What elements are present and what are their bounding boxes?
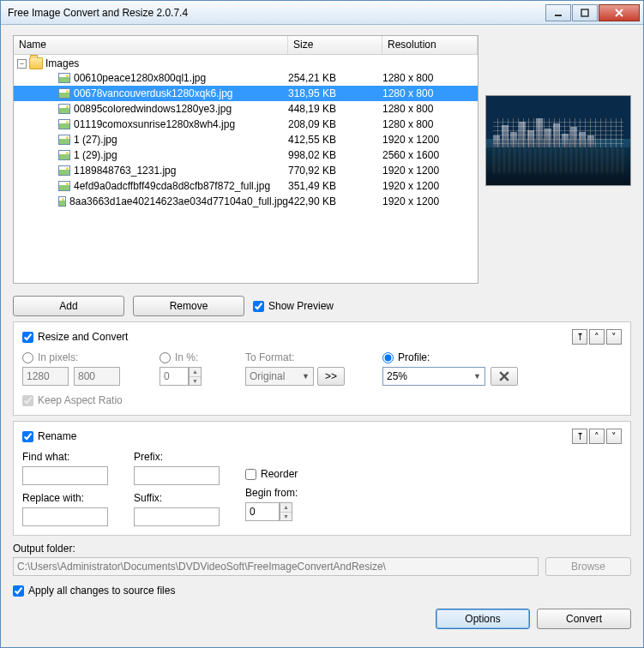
image-icon (58, 104, 70, 114)
file-size: 318,95 KB (288, 87, 382, 99)
suffix-input[interactable] (134, 507, 220, 526)
rename-enable-checkbox[interactable]: Rename (22, 430, 76, 442)
prefix-input[interactable] (134, 466, 220, 485)
begin-from-input[interactable] (245, 502, 280, 521)
svg-rect-1 (581, 9, 588, 16)
file-row[interactable]: 00895coloredwindows1280ye3.jpg448,19 KB1… (14, 101, 478, 117)
image-icon (58, 165, 70, 176)
file-size: 208,09 KB (288, 118, 382, 130)
file-size: 448,19 KB (288, 103, 382, 115)
file-resolution: 1280 x 800 (382, 103, 478, 115)
height-input[interactable] (74, 367, 120, 386)
image-icon (58, 119, 70, 129)
file-row[interactable]: 01119comoxsunrise1280x8wh4.jpg208,09 KB1… (14, 117, 478, 132)
app-window: Free Image Convert and Resize 2.0.7.4 Na… (0, 0, 644, 648)
section-top-icon[interactable]: ⤒ (572, 429, 587, 444)
percent-spinner[interactable]: ▲▼ (189, 367, 202, 386)
output-label: Output folder: (13, 543, 631, 555)
col-res[interactable]: Resolution (382, 36, 478, 54)
replace-input[interactable] (22, 507, 108, 526)
show-preview-input[interactable] (253, 301, 264, 312)
file-resolution: 1920 x 1200 (382, 134, 478, 146)
file-resolution: 1920 x 1200 (382, 165, 478, 177)
find-input[interactable] (22, 466, 108, 485)
file-name: 1189848763_1231.jpg (74, 165, 176, 177)
browse-button[interactable]: Browse (545, 557, 631, 576)
add-button[interactable]: Add (13, 296, 124, 316)
col-size[interactable]: Size (288, 36, 382, 54)
col-name[interactable]: Name (14, 36, 288, 54)
file-row[interactable]: 00678vancouverdusk1280xqk6.jpg318,95 KB1… (14, 86, 478, 101)
file-resolution: 2560 x 1600 (382, 149, 478, 161)
file-name: 00678vancouverdusk1280xqk6.jpg (74, 87, 232, 99)
file-name: 00610peace1280x800ql1.jpg (74, 72, 206, 84)
folder-icon (29, 57, 43, 69)
titlebar[interactable]: Free Image Convert and Resize 2.0.7.4 (1, 1, 643, 25)
image-icon (58, 88, 70, 99)
percent-input[interactable] (159, 367, 189, 386)
in-pixels-radio[interactable] (22, 352, 33, 363)
section-up-icon[interactable]: ˄ (589, 329, 605, 345)
image-icon (58, 196, 66, 207)
format-select[interactable]: Original▼ (245, 367, 314, 386)
file-size: 351,49 KB (288, 180, 382, 192)
file-row[interactable]: 1 (29).jpg998,02 KB2560 x 1600 (14, 147, 478, 163)
file-resolution: 1920 x 1200 (382, 180, 478, 192)
file-resolution: 1920 x 1200 (382, 195, 478, 207)
file-size: 770,92 KB (288, 165, 382, 177)
image-icon (58, 135, 70, 145)
window-title: Free Image Convert and Resize 2.0.7.4 (8, 7, 545, 19)
file-name: 00895coloredwindows1280ye3.jpg (74, 103, 232, 115)
folder-label[interactable]: Images (45, 57, 79, 69)
section-down-icon[interactable]: ˅ (606, 429, 622, 444)
width-input[interactable] (22, 367, 69, 386)
file-name: 1 (29).jpg (74, 149, 117, 161)
file-size: 412,55 KB (288, 134, 382, 146)
remove-button[interactable]: Remove (133, 296, 244, 316)
reorder-checkbox[interactable]: Reorder (245, 468, 298, 480)
collapse-icon[interactable]: − (17, 59, 27, 69)
section-up-icon[interactable]: ˄ (589, 429, 605, 444)
file-size: 422,90 KB (288, 195, 382, 207)
resize-section: Resize and Convert ⤒ ˄ ˅ In pixels: Keep… (13, 321, 631, 416)
keep-aspect-checkbox[interactable]: Keep Aspect Ratio (22, 394, 134, 406)
file-row[interactable]: 8aa3663d1ae40214623ae034d77104a0_full.jp… (14, 194, 478, 209)
image-icon (58, 181, 70, 191)
file-list[interactable]: Name Size Resolution −Images00610peace12… (13, 35, 478, 284)
image-icon (58, 150, 70, 160)
resize-enable-checkbox[interactable]: Resize and Convert (22, 331, 128, 343)
section-top-icon[interactable]: ⤒ (572, 329, 587, 345)
file-row[interactable]: 1189848763_1231.jpg770,92 KB1920 x 1200 (14, 163, 478, 178)
rename-section: Rename ⤒ ˄ ˅ Find what: Replace with: Pr… (13, 421, 631, 536)
in-percent-radio[interactable] (159, 352, 171, 363)
file-resolution: 1280 x 800 (382, 72, 478, 84)
format-apply-button[interactable]: >> (317, 367, 345, 386)
begin-spinner[interactable]: ▲▼ (280, 502, 292, 521)
file-row[interactable]: 00610peace1280x800ql1.jpg254,21 KB1280 x… (14, 70, 478, 86)
preview-image (485, 95, 631, 186)
profile-delete-button[interactable] (491, 367, 518, 386)
output-path-input[interactable] (13, 557, 539, 576)
convert-button[interactable]: Convert (537, 609, 631, 629)
image-icon (58, 73, 70, 83)
minimize-button[interactable] (545, 4, 571, 21)
file-resolution: 1280 x 800 (382, 118, 478, 130)
file-size: 998,02 KB (288, 149, 382, 161)
file-name: 4efd9a0adcffbff49cda8d8cfb87f872_full.jp… (74, 180, 270, 192)
section-down-icon[interactable]: ˅ (606, 329, 622, 345)
close-button[interactable] (599, 4, 640, 21)
list-header[interactable]: Name Size Resolution (14, 36, 478, 55)
file-name: 8aa3663d1ae40214623ae034d77104a0_full.jp… (69, 195, 288, 207)
profile-select[interactable]: 25%▼ (382, 367, 485, 386)
show-preview-checkbox[interactable]: Show Preview (253, 300, 334, 312)
options-button[interactable]: Options (436, 609, 530, 629)
file-name: 1 (27).jpg (74, 134, 117, 146)
file-size: 254,21 KB (288, 72, 382, 84)
apply-all-checkbox[interactable]: Apply all changes to source files (13, 585, 631, 597)
profile-radio[interactable] (382, 352, 394, 363)
file-resolution: 1280 x 800 (382, 87, 478, 99)
file-row[interactable]: 4efd9a0adcffbff49cda8d8cfb87f872_full.jp… (14, 178, 478, 194)
file-name: 01119comoxsunrise1280x8wh4.jpg (74, 118, 235, 130)
file-row[interactable]: 1 (27).jpg412,55 KB1920 x 1200 (14, 132, 478, 147)
maximize-button[interactable] (572, 4, 598, 21)
